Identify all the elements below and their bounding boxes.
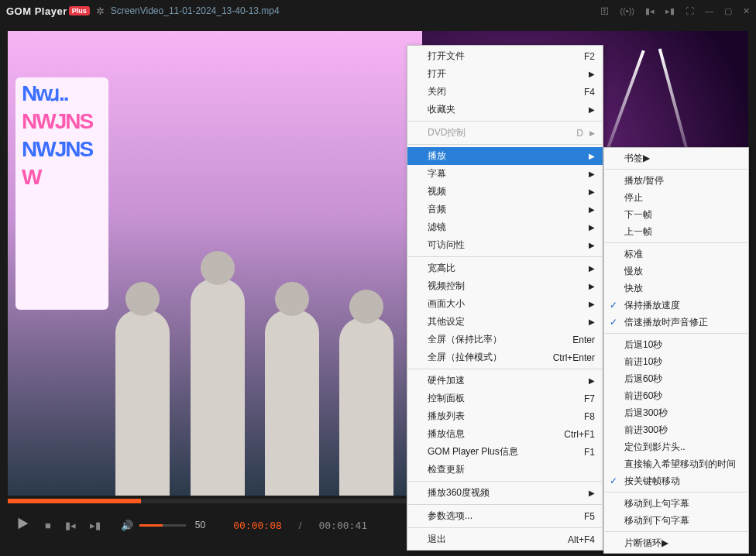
chevron-right-icon: ▶ — [589, 152, 595, 160]
cast-icon[interactable]: ((•)) — [620, 6, 634, 15]
menu-item[interactable]: 参数选项...F5 — [407, 507, 603, 525]
time-duration: 00:00:41 — [318, 520, 367, 531]
menu-item[interactable]: 视频控制▶ — [407, 277, 603, 295]
menu-item-label: 标准 — [624, 248, 643, 261]
gear-icon[interactable]: ✲ — [96, 5, 105, 17]
menu-item-label: 播放列表 — [428, 410, 465, 423]
menu-item-label: 保持播放速度 — [624, 299, 680, 312]
menu-item[interactable]: 直接输入希望移动到的时间 — [604, 455, 748, 472]
menu-item[interactable]: 画面大小▶ — [407, 295, 603, 313]
menu-item[interactable]: 片断循环▶ — [604, 534, 748, 551]
pip-next-icon[interactable]: ▸▮ — [665, 6, 675, 16]
menu-item[interactable]: 移动到下句字幕 — [604, 512, 748, 529]
menu-accelerator: F8 — [584, 411, 595, 422]
plus-badge: Plus — [69, 6, 90, 15]
menu-item-label: 全屏（保持比率） — [428, 333, 502, 346]
volume-icon[interactable]: 🔊 — [121, 520, 133, 531]
context-menu[interactable]: 打开文件F2打开▶关闭F4收藏夹▶DVD控制D▶播放▶字幕▶视频▶音频▶滤镜▶可… — [407, 45, 603, 551]
menu-item[interactable]: 可访问性▶ — [407, 236, 603, 254]
menu-item[interactable]: 按关键帧移动 — [604, 472, 748, 489]
menu-item[interactable]: 前进300秒 — [604, 421, 748, 438]
menu-item[interactable]: 书签▶ — [604, 149, 748, 166]
menu-item[interactable]: 控制面板F7 — [407, 390, 603, 407]
menu-item[interactable]: 慢放 — [604, 263, 748, 280]
menu-item-label: 视频控制 — [428, 280, 465, 293]
prev-button[interactable]: ▮◂ — [65, 520, 76, 531]
menu-item[interactable]: 打开▶ — [407, 65, 603, 83]
menu-item-label: 后退300秒 — [624, 407, 668, 420]
menu-item-label: 后退60秒 — [624, 372, 662, 386]
menu-item[interactable]: 前进10秒 — [604, 353, 748, 370]
menu-item[interactable]: 倍速播放时声音修正 — [604, 314, 748, 331]
menu-item[interactable]: 关闭F4 — [407, 83, 603, 101]
chevron-right-icon: ▶ — [643, 153, 650, 163]
menu-item[interactable]: 后退300秒 — [604, 404, 748, 421]
menu-item[interactable]: 前进60秒 — [604, 387, 748, 404]
playback-submenu[interactable]: 书签▶播放/暂停停止下一帧上一帧标准慢放快放保持播放速度倍速播放时声音修正后退1… — [603, 147, 749, 554]
menu-item[interactable]: 滤镜▶ — [407, 218, 603, 236]
volume-slider[interactable] — [139, 524, 186, 527]
menu-item[interactable]: 字幕▶ — [407, 165, 603, 183]
fullscreen-icon[interactable]: ⛶ — [686, 6, 694, 15]
chevron-right-icon: ▶ — [589, 70, 595, 78]
menu-item-label: 上一帧 — [624, 225, 652, 239]
menu-item-label: 滤镜 — [428, 221, 446, 234]
menu-item-label: 音频 — [428, 203, 446, 216]
menu-item[interactable]: 宽高比▶ — [407, 259, 603, 277]
menu-item[interactable]: 检查更新 — [407, 461, 603, 479]
pip-prev-icon[interactable]: ▮◂ — [645, 6, 655, 16]
close-icon[interactable]: ✕ — [743, 6, 750, 16]
stop-button[interactable]: ■ — [45, 520, 51, 531]
menu-item[interactable]: 视频▶ — [407, 183, 603, 201]
menu-item[interactable]: 下一帧 — [604, 206, 748, 223]
play-button[interactable] — [14, 515, 31, 535]
menu-item[interactable]: 全屏（保持比率）Enter — [407, 331, 603, 348]
menu-item-label: 字幕 — [428, 167, 446, 180]
menu-item-label: 打开文件 — [428, 50, 465, 63]
menu-item-label: 宽高比 — [428, 262, 455, 275]
menu-item[interactable]: 播放360度视频▶ — [407, 484, 603, 502]
menu-item[interactable]: 后退60秒 — [604, 370, 748, 387]
menu-item-label: 全屏（拉伸模式） — [428, 351, 502, 364]
menu-item[interactable]: 快放 — [604, 280, 748, 297]
menu-item[interactable]: 硬件加速▶ — [407, 372, 603, 390]
menu-item[interactable]: 其他设定▶ — [407, 313, 603, 331]
menu-item-label: 播放 — [428, 149, 446, 163]
menu-item[interactable]: 收藏夹▶ — [407, 101, 603, 118]
menu-item[interactable]: 保持播放速度 — [604, 297, 748, 314]
menu-accelerator: F7 — [584, 393, 595, 404]
title-bar: GOM Player Plus ✲ ScreenVideo_11-01-2024… — [0, 0, 756, 22]
next-button[interactable]: ▸▮ — [90, 520, 101, 531]
menu-item-label: 快放 — [624, 282, 643, 295]
menu-item[interactable]: 上一帧 — [604, 223, 748, 240]
menu-item[interactable]: 后退10秒 — [604, 336, 748, 353]
maximize-icon[interactable]: ▢ — [724, 6, 732, 16]
menu-item[interactable]: 退出Alt+F4 — [407, 530, 603, 548]
chevron-right-icon: ▶ — [589, 376, 595, 385]
chevron-right-icon: ▶ — [589, 489, 595, 497]
menu-item[interactable]: 打开文件F2 — [407, 47, 603, 65]
menu-item: DVD控制D▶ — [407, 124, 603, 142]
menu-item[interactable]: 播放/暂停 — [604, 172, 748, 189]
menu-item-label: 移动到上句字幕 — [624, 497, 689, 510]
menu-item[interactable]: 标准 — [604, 245, 748, 263]
key-icon[interactable]: ⚿ — [600, 6, 609, 15]
chevron-right-icon: ▶ — [589, 170, 595, 178]
menu-item-label: GOM Player Plus信息 — [428, 445, 518, 458]
menu-item[interactable]: GOM Player Plus信息F1 — [407, 443, 603, 461]
menu-item-label: 播放360度视频 — [428, 486, 490, 499]
app-name: GOM Player — [6, 5, 67, 17]
chevron-right-icon: ▶ — [589, 187, 595, 196]
menu-item[interactable]: 定位到影片头.. — [604, 438, 748, 455]
menu-item[interactable]: 播放信息Ctrl+F1 — [407, 425, 603, 443]
menu-item[interactable]: 全屏（拉伸模式）Ctrl+Enter — [407, 348, 603, 366]
menu-item[interactable]: 移动到上句字幕 — [604, 495, 748, 512]
menu-item[interactable]: 音频▶ — [407, 201, 603, 218]
menu-item[interactable]: 停止 — [604, 189, 748, 206]
menu-item[interactable]: 播放列表F8 — [407, 407, 603, 425]
menu-item[interactable]: 播放▶ — [407, 147, 603, 165]
menu-item-label: 参数选项... — [428, 510, 472, 523]
minimize-icon[interactable]: — — [705, 6, 713, 15]
menu-accelerator: F5 — [584, 511, 595, 522]
menu-item-label: 停止 — [624, 191, 643, 204]
